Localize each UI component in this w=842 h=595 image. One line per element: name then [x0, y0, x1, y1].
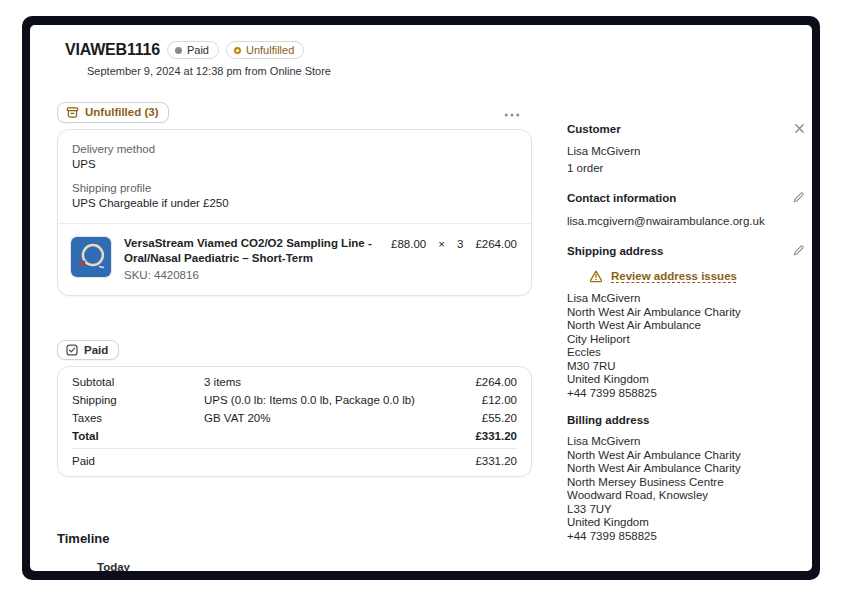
payment-row-paid: Paid £331.20: [72, 452, 517, 470]
horizontal-dots-icon: [504, 113, 520, 117]
customer-name-link[interactable]: Lisa McGivern: [567, 144, 807, 158]
remove-customer-button[interactable]: [792, 121, 807, 136]
unfulfilled-ring-icon: [234, 47, 241, 54]
payment-status-badge: Paid: [167, 41, 219, 59]
edit-shipping-address-button[interactable]: [790, 242, 807, 259]
payment-card: Subtotal 3 items £264.00 Shipping UPS (0…: [57, 366, 532, 477]
unit-price: £88.00: [391, 238, 426, 250]
line-item-row: VersaStream Viamed CO2/O2 Sampling Line …: [58, 224, 531, 295]
timeline-today-label: Today: [97, 561, 532, 571]
billing-address-block: Lisa McGivern North West Air Ambulance C…: [567, 435, 807, 543]
multiply-sign: ×: [438, 238, 445, 250]
address-line: United Kingdom: [567, 373, 807, 387]
unfulfilled-count-badge[interactable]: Unfulfilled (3): [57, 102, 169, 123]
address-line: City Heliport: [567, 333, 807, 347]
delivery-method-value: UPS: [72, 157, 517, 172]
customer-order-count: 1 order: [567, 161, 807, 175]
pencil-icon: [792, 191, 805, 204]
product-sku: SKU: 4420816: [124, 269, 379, 281]
address-line: United Kingdom: [567, 516, 807, 530]
timeline-section: Timeline Today: [57, 531, 532, 571]
address-line: Woodward Road, Knowsley: [567, 489, 807, 503]
fulfillment-status-badge: Unfulfilled: [226, 41, 304, 59]
payment-divider: [72, 448, 517, 449]
package-icon: [66, 106, 79, 119]
payment-row-subtotal: Subtotal 3 items £264.00: [72, 373, 517, 391]
address-line: North Mersey Business Centre: [567, 476, 807, 490]
address-line: +44 7399 858825: [567, 530, 807, 544]
address-line: +44 7399 858825: [567, 387, 807, 401]
edit-contact-button[interactable]: [790, 189, 807, 206]
payment-row-total: Total £331.20: [72, 427, 517, 445]
fulfillment-card: Delivery method UPS Shipping profile UPS…: [57, 129, 532, 296]
order-detail-page: VIAWEB1116 Paid Unfulfilled September 9,…: [30, 25, 812, 571]
line-item-total: £264.00: [475, 238, 517, 250]
main-column: Unfulfilled (3) Delivery method UPS Ship…: [57, 101, 532, 571]
shipping-profile-label: Shipping profile: [72, 181, 517, 196]
address-line: Lisa McGivern: [567, 292, 807, 306]
address-line: Lisa McGivern: [567, 435, 807, 449]
order-sidebar: Customer Lisa McGivern 1 order Contact i…: [567, 121, 807, 543]
more-actions-button[interactable]: [498, 101, 526, 124]
product-link[interactable]: VersaStream Viamed CO2/O2 Sampling Line …: [124, 236, 379, 266]
order-date-source: September 9, 2024 at 12:38 pm from Onlin…: [87, 65, 331, 77]
timeline-title: Timeline: [57, 531, 532, 546]
billing-address-title: Billing address: [567, 414, 649, 426]
shipping-address-block: Lisa McGivern North West Air Ambulance C…: [567, 292, 807, 400]
paid-dot-icon: [175, 47, 182, 54]
shipping-profile-value: UPS Chargeable if under £250: [72, 196, 517, 211]
window-frame: VIAWEB1116 Paid Unfulfilled September 9,…: [22, 16, 820, 580]
product-thumbnail: [70, 236, 112, 278]
address-line: L33 7UY: [567, 503, 807, 517]
payment-row-shipping: Shipping UPS (0.0 lb: Items 0.0 lb, Pack…: [72, 391, 517, 409]
address-line: Eccles: [567, 346, 807, 360]
checkbox-check-icon: [66, 344, 78, 356]
address-line: North West Air Ambulance Charity: [567, 306, 807, 320]
close-icon: [794, 123, 805, 134]
address-line: North West Air Ambulance Charity: [567, 449, 807, 463]
paid-section-badge: Paid: [57, 340, 119, 360]
line-item-quantity: £88.00 × 3: [391, 238, 463, 250]
customer-email-link[interactable]: lisa.mcgivern@nwairambulance.org.uk: [567, 214, 807, 228]
address-line: M30 7RU: [567, 360, 807, 374]
address-line: North West Air Ambulance: [567, 319, 807, 333]
contact-section-title: Contact information: [567, 192, 676, 204]
warning-triangle-icon: [589, 269, 603, 283]
delivery-method-label: Delivery method: [72, 142, 517, 157]
order-header: VIAWEB1116 Paid Unfulfilled September 9,…: [65, 41, 331, 77]
customer-section-title: Customer: [567, 123, 621, 135]
pencil-icon: [792, 244, 805, 257]
payment-row-taxes: Taxes GB VAT 20% £55.20: [72, 409, 517, 427]
page-title: VIAWEB1116: [65, 41, 160, 59]
shipping-address-title: Shipping address: [567, 245, 664, 257]
quantity-value: 3: [457, 238, 463, 250]
address-line: North West Air Ambulance Charity: [567, 462, 807, 476]
review-address-issues-link[interactable]: Review address issues: [611, 270, 737, 282]
